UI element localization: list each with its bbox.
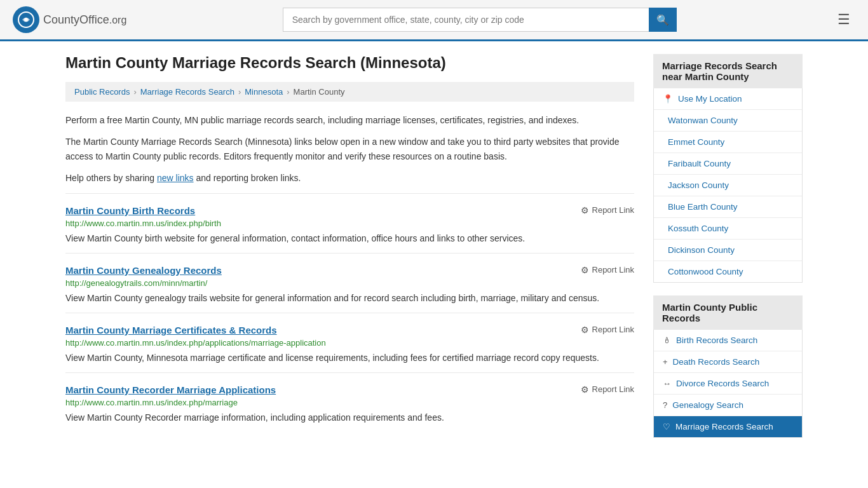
nearby-item-link-8[interactable]: Cottonwood County [654,261,802,282]
public-records-label-2: Divorce Records Search [676,379,769,388]
logo[interactable]: CountyOffice.org [13,6,126,33]
record-item: Martin County Genealogy Records ⚙ Report… [65,253,634,313]
report-icon-2: ⚙ [581,325,589,335]
site-header: CountyOffice.org 🔍 ☰ [0,0,868,41]
public-records-icon-4: ♡ [663,422,670,431]
nearby-icon-0: 📍 [663,94,673,104]
nearby-list-item: Jackson County [654,175,802,196]
breadcrumb-sep-1: › [133,87,136,97]
nearby-list-item: Kossuth County [654,218,802,240]
breadcrumb-public-records[interactable]: Public Records [74,87,130,97]
public-records-item: 🕯 Birth Records Search [654,330,802,351]
logo-text: CountyOffice.org [43,13,126,27]
public-records-label-4: Marriage Records Search [675,422,773,431]
menu-button[interactable]: ☰ [832,9,855,30]
record-item: Martin County Birth Records ⚙ Report Lin… [65,193,634,253]
nearby-item-link-4[interactable]: Jackson County [654,175,802,196]
nearby-list: 📍 Use My Location Watonwan County Emmet … [653,88,803,283]
nearby-item-link-0[interactable]: 📍 Use My Location [654,88,802,109]
nearby-item-link-2[interactable]: Emmet County [654,132,802,152]
main-container: Martin County Marriage Records Search (M… [53,41,815,463]
record-url-0[interactable]: http://www.co.martin.mn.us/index.php/bir… [65,219,634,228]
nearby-item-label-4: Jackson County [668,180,729,190]
record-url-1[interactable]: http://genealogytrails.com/minn/martin/ [65,278,634,288]
nearby-item-link-5[interactable]: Blue Earth County [654,196,802,217]
public-records-icon-1: + [663,357,668,367]
nearby-list-item: Cottonwood County [654,261,802,282]
public-records-link-1[interactable]: + Death Records Search [654,351,802,372]
report-link-1[interactable]: ⚙ Report Link [581,265,634,275]
public-records-label-1: Death Records Search [673,357,760,367]
search-bar: 🔍 [283,8,677,32]
hamburger-icon: ☰ [837,11,850,27]
search-input[interactable] [283,8,649,32]
nearby-list-item: Watonwan County [654,110,802,132]
breadcrumb-minnesota[interactable]: Minnesota [245,87,283,97]
report-icon-0: ⚙ [581,205,589,215]
public-records-link-2[interactable]: ↔ Divorce Records Search [654,373,802,394]
nearby-list-item: Dickinson County [654,240,802,261]
report-link-3[interactable]: ⚙ Report Link [581,384,634,395]
logo-icon [13,6,39,33]
public-records-item: ↔ Divorce Records Search [654,373,802,395]
page-title: Martin County Marriage Records Search (M… [65,54,634,72]
public-records-section: Martin County Public Records 🕯 Birth Rec… [653,295,803,438]
breadcrumb-martin-county: Martin County [294,87,345,97]
record-title-2[interactable]: Martin County Marriage Certificates & Re… [65,325,277,336]
description-3: Help others by sharing new links and rep… [65,171,634,185]
nearby-section: Marriage Records Search near Martin Coun… [653,54,803,283]
report-link-label-3: Report Link [592,384,634,394]
public-records-label-3: Genealogy Search [672,400,743,410]
search-button[interactable]: 🔍 [649,8,677,32]
public-records-icon-3: ? [663,400,667,410]
report-link-label-0: Report Link [592,205,634,215]
nearby-item-link-6[interactable]: Kossuth County [654,218,802,239]
record-desc-2: View Martin County, Minnesota marriage c… [65,351,634,365]
public-records-link-4[interactable]: ♡ Marriage Records Search [654,416,802,437]
public-records-label-0: Birth Records Search [676,336,757,345]
report-link-2[interactable]: ⚙ Report Link [581,325,634,335]
nearby-item-label-0: Use My Location [678,94,742,104]
record-desc-1: View Martin County genealogy trails webs… [65,292,634,305]
record-title-3[interactable]: Martin County Recorder Marriage Applicat… [65,384,276,395]
record-url-3[interactable]: http://www.co.martin.mn.us/index.php/mar… [65,398,634,407]
report-link-label-2: Report Link [592,325,634,334]
public-records-link-0[interactable]: 🕯 Birth Records Search [654,330,802,351]
public-records-list: 🕯 Birth Records Search + Death Records S… [653,330,803,438]
description-2: The Martin County Marriage Records Searc… [65,135,634,163]
sidebar: Marriage Records Search near Martin Coun… [653,54,803,451]
nearby-item-label-3: Faribault County [668,159,731,168]
breadcrumb-sep-2: › [238,87,241,97]
public-records-item: ? Genealogy Search [654,395,802,416]
nearby-item-link-1[interactable]: Watonwan County [654,110,802,131]
content-area: Martin County Marriage Records Search (M… [65,54,634,451]
public-records-icon-2: ↔ [663,379,671,388]
new-links-link[interactable]: new links [157,173,194,183]
nearby-item-link-7[interactable]: Dickinson County [654,240,802,261]
nearby-item-label-2: Emmet County [668,137,724,147]
record-desc-3: View Martin County Recorder marriage inf… [65,411,634,424]
breadcrumb: Public Records › Marriage Records Search… [65,82,634,102]
record-url-2[interactable]: http://www.co.martin.mn.us/index.php/app… [65,338,634,348]
nearby-item-label-6: Kossuth County [668,224,728,233]
report-icon-3: ⚙ [581,384,589,395]
record-item: Martin County Recorder Marriage Applicat… [65,372,634,432]
record-title-1[interactable]: Martin County Genealogy Records [65,265,222,276]
svg-point-1 [24,18,28,22]
public-records-header: Martin County Public Records [653,295,803,330]
search-icon: 🔍 [656,15,669,25]
nearby-section-header: Marriage Records Search near Martin Coun… [653,54,803,88]
public-records-link-3[interactable]: ? Genealogy Search [654,395,802,416]
report-icon-1: ⚙ [581,265,589,275]
report-link-0[interactable]: ⚙ Report Link [581,205,634,215]
report-link-label-1: Report Link [592,265,634,274]
breadcrumb-sep-3: › [287,87,289,97]
nearby-item-link-3[interactable]: Faribault County [654,153,802,174]
nearby-list-item: Faribault County [654,153,802,175]
record-title-0[interactable]: Martin County Birth Records [65,205,195,216]
nearby-item-label-1: Watonwan County [668,116,738,125]
nearby-item-label-8: Cottonwood County [668,267,743,276]
public-records-icon-0: 🕯 [663,336,671,345]
breadcrumb-marriage-records[interactable]: Marriage Records Search [140,87,234,97]
nearby-item-label-7: Dickinson County [668,245,735,255]
